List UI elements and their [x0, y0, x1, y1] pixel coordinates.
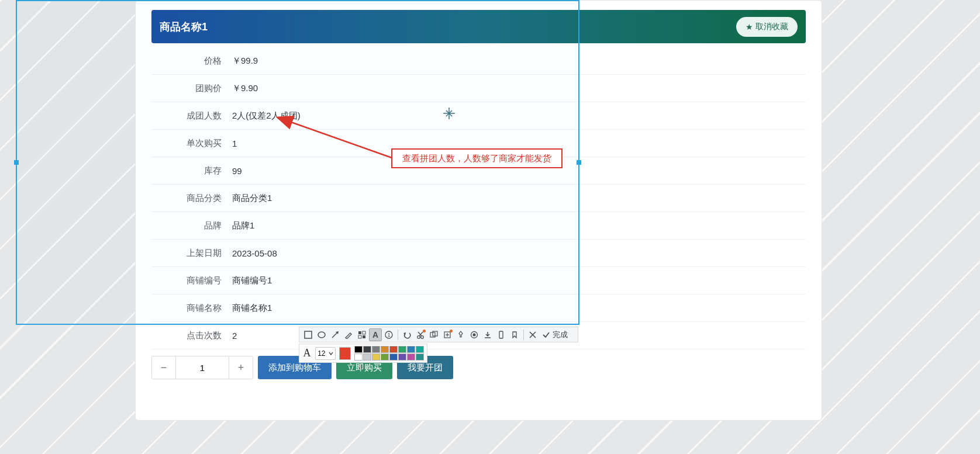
- svg-point-18: [421, 335, 424, 338]
- tool-close-icon[interactable]: [526, 328, 539, 341]
- tool-done-button[interactable]: 完成: [540, 330, 570, 340]
- detail-row: 团购价￥9.90: [151, 75, 806, 102]
- unfavorite-button[interactable]: ★ 取消收藏: [736, 17, 798, 37]
- palette-swatch[interactable]: [372, 354, 380, 361]
- tool-pencil-icon[interactable]: [342, 328, 355, 341]
- tool-mobile-icon[interactable]: [495, 328, 508, 341]
- svg-line-29: [530, 332, 536, 338]
- tool-pin-icon[interactable]: [454, 328, 467, 341]
- detail-value: 1: [222, 138, 237, 148]
- svg-line-20: [418, 332, 422, 336]
- palette-swatch[interactable]: [407, 354, 415, 361]
- toolbar-separator: [523, 330, 524, 340]
- svg-text:1: 1: [387, 332, 390, 338]
- detail-row: 成团人数2人(仅差2人成团): [151, 102, 806, 130]
- svg-rect-28: [499, 331, 503, 338]
- detail-label: 商品分类: [151, 193, 222, 204]
- detail-label: 上架日期: [151, 248, 222, 259]
- detail-row: 品牌品牌1: [151, 212, 806, 240]
- svg-rect-22: [433, 331, 437, 336]
- detail-value: 品牌1: [222, 220, 254, 231]
- palette-swatch[interactable]: [363, 354, 371, 361]
- svg-point-27: [473, 333, 476, 336]
- check-icon: [542, 331, 550, 339]
- palette-swatch[interactable]: [389, 346, 398, 353]
- font-size-select[interactable]: 12: [315, 347, 336, 360]
- palette-swatch[interactable]: [407, 346, 415, 353]
- chevron-down-icon: [329, 351, 333, 356]
- svg-point-26: [471, 331, 478, 338]
- palette-swatch[interactable]: [372, 346, 380, 353]
- qty-input[interactable]: [175, 356, 229, 379]
- palette-swatch[interactable]: [363, 346, 371, 353]
- tool-text-icon[interactable]: A: [369, 328, 382, 341]
- detail-row: 商品分类商品分类1: [151, 185, 806, 212]
- detail-label: 价格: [151, 56, 222, 67]
- detail-value: ￥9.90: [222, 83, 258, 94]
- palette-swatch[interactable]: [354, 354, 363, 361]
- product-title: 商品名称1: [160, 20, 208, 34]
- detail-label: 商铺名称: [151, 303, 222, 314]
- detail-value: ￥99.9: [222, 56, 258, 67]
- color-palette: [354, 346, 424, 361]
- svg-rect-13: [363, 335, 365, 338]
- detail-label: 品牌: [151, 220, 222, 231]
- palette-swatch[interactable]: [416, 354, 424, 361]
- svg-rect-11: [363, 331, 365, 334]
- quantity-stepper: − +: [151, 356, 253, 379]
- detail-label: 点击次数: [151, 330, 222, 341]
- detail-value: 2023-05-08: [222, 248, 277, 258]
- text-style-bar: A 12: [299, 344, 427, 363]
- font-icon: A: [302, 347, 312, 359]
- svg-rect-23: [444, 332, 450, 338]
- product-header: 商品名称1 ★ 取消收藏: [151, 10, 806, 43]
- tool-scroll-icon[interactable]: [441, 328, 454, 341]
- product-card: 商品名称1 ★ 取消收藏 价格￥99.9团购价￥9.90成团人数2人(仅差2人成…: [135, 0, 822, 421]
- svg-point-17: [417, 335, 420, 338]
- snip-toolbar: A 1 完成: [299, 327, 578, 342]
- svg-rect-12: [358, 335, 361, 338]
- svg-rect-21: [430, 332, 435, 337]
- svg-line-19: [419, 332, 423, 336]
- tool-undo-icon[interactable]: [401, 328, 413, 341]
- annotation-note: 查看拼团人数，人数够了商家才能发货: [391, 148, 563, 168]
- toolbar-separator: [398, 330, 398, 340]
- tool-arrow-icon[interactable]: [329, 328, 341, 341]
- qty-plus-button[interactable]: +: [229, 356, 253, 379]
- palette-swatch[interactable]: [398, 354, 406, 361]
- palette-swatch[interactable]: [354, 346, 363, 353]
- detail-label: 单次购买: [151, 138, 222, 149]
- tool-ellipse-icon[interactable]: [315, 328, 328, 341]
- detail-row: 上架日期2023-05-08: [151, 240, 806, 267]
- tool-cut-icon[interactable]: [414, 328, 427, 341]
- tool-rectangle-icon[interactable]: [302, 328, 315, 341]
- tool-bookmark-icon[interactable]: [508, 328, 521, 341]
- palette-swatch[interactable]: [389, 354, 398, 361]
- current-color-swatch[interactable]: [339, 347, 351, 360]
- annotation-note-text: 查看拼团人数，人数够了商家才能发货: [402, 153, 551, 164]
- tool-translate-icon[interactable]: [427, 328, 440, 341]
- svg-rect-10: [358, 331, 361, 334]
- detail-row: 商铺名称商铺名称1: [151, 294, 806, 322]
- tool-done-label: 完成: [553, 330, 568, 340]
- palette-swatch[interactable]: [381, 346, 389, 353]
- svg-rect-6: [305, 331, 312, 338]
- svg-point-7: [318, 332, 325, 338]
- detail-row: 商铺编号商铺编号1: [151, 267, 806, 294]
- qty-minus-button[interactable]: −: [152, 356, 175, 379]
- detail-value: 2人(仅差2人成团): [222, 110, 301, 122]
- detail-label: 团购价: [151, 83, 222, 94]
- tool-record-icon[interactable]: [468, 328, 481, 341]
- detail-value: 99: [222, 166, 242, 176]
- tool-mosaic-icon[interactable]: [356, 328, 368, 341]
- palette-swatch[interactable]: [381, 354, 389, 361]
- palette-swatch[interactable]: [416, 346, 424, 353]
- detail-value: 2: [222, 331, 237, 341]
- detail-value: 商品分类1: [222, 193, 272, 204]
- svg-marker-16: [403, 332, 406, 335]
- tool-number-icon[interactable]: 1: [382, 328, 395, 341]
- tool-download-icon[interactable]: [481, 328, 494, 341]
- detail-row: 价格￥99.9: [151, 47, 806, 75]
- detail-value: 商铺名称1: [222, 303, 272, 314]
- palette-swatch[interactable]: [398, 346, 406, 353]
